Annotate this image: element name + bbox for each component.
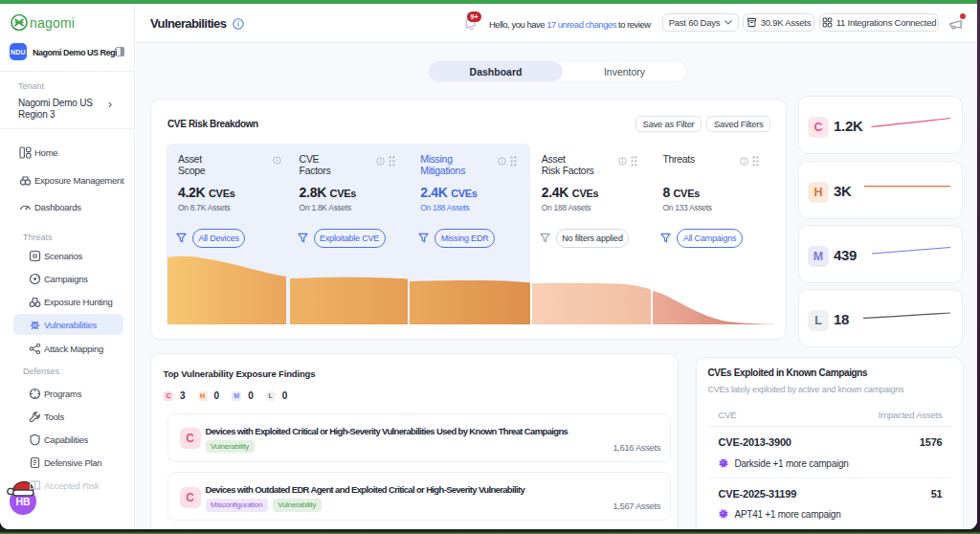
svg-text:nagomi: nagomi xyxy=(30,15,75,31)
